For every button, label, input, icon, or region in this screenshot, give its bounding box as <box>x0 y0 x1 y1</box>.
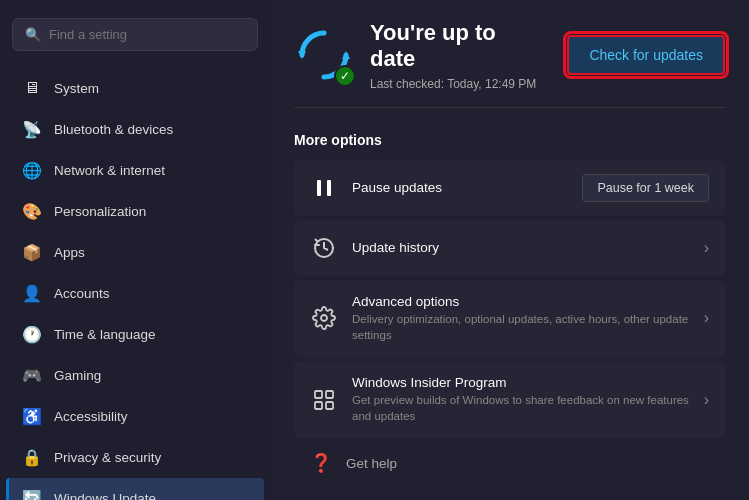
update-text: You're up to date Last checked: Today, 1… <box>370 20 536 91</box>
pause-updates-title: Pause updates <box>352 180 568 195</box>
main-content: ✓ You're up to date Last checked: Today,… <box>270 0 749 500</box>
advanced-options-desc: Delivery optimization, optional updates,… <box>352 311 690 343</box>
sidebar-label-gaming: Gaming <box>54 368 101 383</box>
sidebar-item-privacy[interactable]: 🔒 Privacy & security <box>6 437 264 477</box>
sidebar-item-apps[interactable]: 📦 Apps <box>6 232 264 272</box>
more-options-title: More options <box>294 132 725 148</box>
time-icon: 🕐 <box>22 324 42 344</box>
search-bar[interactable]: 🔍 <box>12 18 258 51</box>
svg-rect-9 <box>315 402 322 409</box>
update-history-right: › <box>704 239 709 257</box>
chevron-right-icon: › <box>704 239 709 257</box>
svg-rect-7 <box>326 391 333 398</box>
svg-marker-1 <box>342 51 350 59</box>
sidebar-item-personalization[interactable]: 🎨 Personalization <box>6 191 264 231</box>
sidebar-label-windows-update: Windows Update <box>54 491 156 501</box>
get-help-row[interactable]: ❓ Get help <box>294 442 725 484</box>
update-history-content: Update history <box>352 240 690 255</box>
apps-icon: 📦 <box>22 242 42 262</box>
sidebar-label-apps: Apps <box>54 245 85 260</box>
sidebar-item-accessibility[interactable]: ♿ Accessibility <box>6 396 264 436</box>
sidebar-label-network: Network & internet <box>54 163 165 178</box>
last-checked-text: Last checked: Today, 12:49 PM <box>370 77 536 91</box>
pause-for-1-week-button[interactable]: Pause for 1 week <box>582 174 709 202</box>
chevron-right-icon-2: › <box>704 309 709 327</box>
get-help-text: Get help <box>346 456 397 471</box>
sidebar-label-personalization: Personalization <box>54 204 146 219</box>
pause-updates-content: Pause updates <box>352 180 568 195</box>
system-icon: 🖥 <box>22 78 42 98</box>
insider-program-item[interactable]: Windows Insider Program Get preview buil… <box>294 361 725 438</box>
gaming-icon: 🎮 <box>22 365 42 385</box>
accounts-icon: 👤 <box>22 283 42 303</box>
advanced-options-title: Advanced options <box>352 294 690 309</box>
svg-rect-2 <box>317 180 321 196</box>
chevron-right-icon-3: › <box>704 391 709 409</box>
svg-point-5 <box>321 315 327 321</box>
advanced-options-content: Advanced options Delivery optimization, … <box>352 294 690 343</box>
insider-program-right: › <box>704 391 709 409</box>
sidebar-label-system: System <box>54 81 99 96</box>
advanced-options-item[interactable]: Advanced options Delivery optimization, … <box>294 280 725 357</box>
sidebar-item-gaming[interactable]: 🎮 Gaming <box>6 355 264 395</box>
pause-icon <box>310 174 338 202</box>
insider-program-desc: Get preview builds of Windows to share f… <box>352 392 690 424</box>
sidebar-item-bluetooth[interactable]: 📡 Bluetooth & devices <box>6 109 264 149</box>
privacy-icon: 🔒 <box>22 447 42 467</box>
update-history-item[interactable]: Update history › <box>294 220 725 276</box>
insider-program-content: Windows Insider Program Get preview buil… <box>352 375 690 424</box>
sidebar-item-windows-update[interactable]: 🔄 Windows Update <box>6 478 264 500</box>
bluetooth-icon: 📡 <box>22 119 42 139</box>
network-icon: 🌐 <box>22 160 42 180</box>
update-title: You're up to date <box>370 20 536 73</box>
search-input[interactable] <box>49 27 245 42</box>
sidebar-label-accessibility: Accessibility <box>54 409 128 424</box>
search-icon: 🔍 <box>25 27 41 42</box>
sidebar-label-bluetooth: Bluetooth & devices <box>54 122 173 137</box>
update-status-section: ✓ You're up to date Last checked: Today,… <box>294 20 725 108</box>
sidebar-item-system[interactable]: 🖥 System <box>6 68 264 108</box>
check-for-updates-button[interactable]: Check for updates <box>567 35 725 75</box>
sidebar-item-accounts[interactable]: 👤 Accounts <box>6 273 264 313</box>
pause-updates-item[interactable]: Pause updates Pause for 1 week <box>294 160 725 216</box>
sidebar-item-network[interactable]: 🌐 Network & internet <box>6 150 264 190</box>
windows-update-icon: 🔄 <box>22 488 42 500</box>
accessibility-icon: ♿ <box>22 406 42 426</box>
sidebar-label-time: Time & language <box>54 327 156 342</box>
sidebar-label-accounts: Accounts <box>54 286 110 301</box>
sidebar: 🔍 🖥 System 📡 Bluetooth & devices 🌐 Netwo… <box>0 0 270 500</box>
personalization-icon: 🎨 <box>22 201 42 221</box>
get-help-icon: ❓ <box>310 452 332 474</box>
insider-program-title: Windows Insider Program <box>352 375 690 390</box>
pause-updates-right: Pause for 1 week <box>582 174 709 202</box>
svg-rect-6 <box>315 391 322 398</box>
svg-marker-0 <box>298 51 306 59</box>
svg-rect-8 <box>326 402 333 409</box>
update-history-title: Update history <box>352 240 690 255</box>
sidebar-label-privacy: Privacy & security <box>54 450 161 465</box>
advanced-options-icon <box>310 304 338 332</box>
svg-rect-3 <box>327 180 331 196</box>
advanced-options-right: › <box>704 309 709 327</box>
insider-program-icon <box>310 386 338 414</box>
update-icon-container: ✓ <box>294 25 354 85</box>
sidebar-item-time[interactable]: 🕐 Time & language <box>6 314 264 354</box>
options-list: Pause updates Pause for 1 week Update hi… <box>294 160 725 438</box>
history-icon <box>310 234 338 262</box>
sidebar-nav: 🖥 System 📡 Bluetooth & devices 🌐 Network… <box>0 67 270 500</box>
